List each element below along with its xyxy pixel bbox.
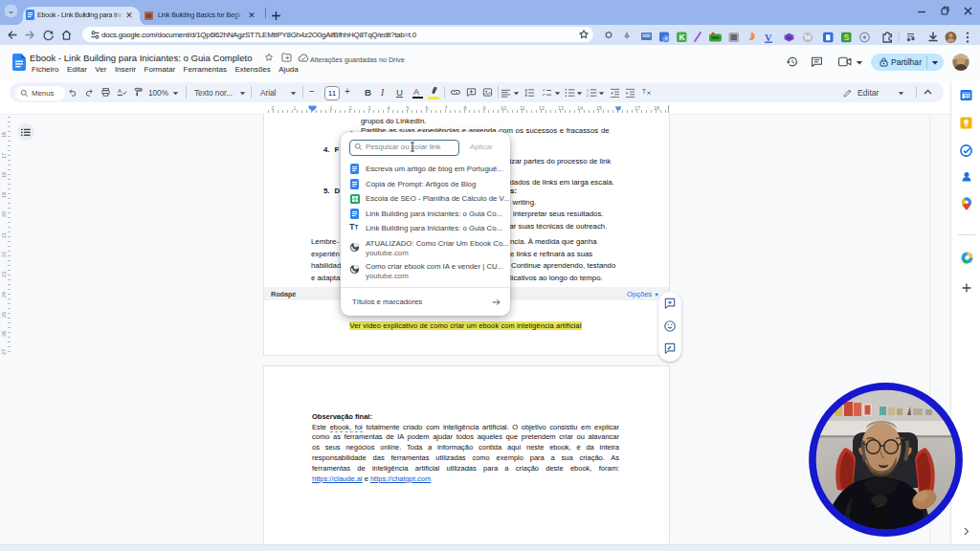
- svg-text:2: 2: [587, 94, 589, 98]
- svg-text:+: +: [664, 35, 668, 42]
- svg-text:T: T: [642, 88, 646, 95]
- svg-text:W: W: [804, 33, 812, 42]
- svg-text:A: A: [118, 88, 122, 94]
- svg-text:V: V: [765, 33, 772, 43]
- svg-text:K: K: [679, 33, 686, 42]
- svg-text:1: 1: [587, 89, 589, 93]
- svg-text:31: 31: [964, 94, 969, 99]
- svg-text:S: S: [844, 33, 850, 42]
